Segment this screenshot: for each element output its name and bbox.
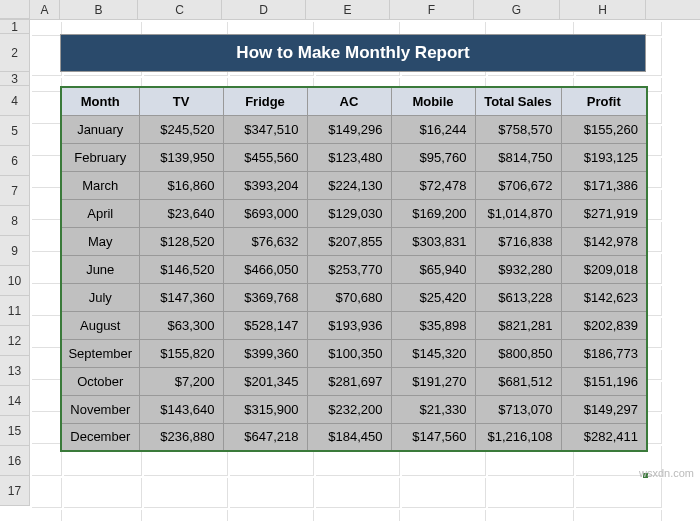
value-cell[interactable]: $139,950 [139, 143, 223, 171]
value-cell[interactable]: $169,200 [391, 199, 475, 227]
value-cell[interactable]: $209,018 [561, 255, 647, 283]
data-table[interactable]: MonthTVFridgeACMobileTotal SalesProfit J… [60, 86, 648, 452]
value-cell[interactable]: $455,560 [223, 143, 307, 171]
col-header-D[interactable]: D [222, 0, 306, 19]
value-cell[interactable]: $693,000 [223, 199, 307, 227]
month-cell[interactable]: September [61, 339, 139, 367]
row-header-15[interactable]: 15 [0, 416, 30, 446]
select-all-corner[interactable] [0, 0, 30, 19]
value-cell[interactable]: $155,260 [561, 115, 647, 143]
table-row[interactable]: September$155,820$399,360$100,350$145,32… [61, 339, 647, 367]
value-cell[interactable]: $145,320 [391, 339, 475, 367]
row-header-4[interactable]: 4 [0, 86, 30, 116]
row-header-7[interactable]: 7 [0, 176, 30, 206]
value-cell[interactable]: $193,125 [561, 143, 647, 171]
month-cell[interactable]: November [61, 395, 139, 423]
table-row[interactable]: July$147,360$369,768$70,680$25,420$613,2… [61, 283, 647, 311]
value-cell[interactable]: $466,050 [223, 255, 307, 283]
cells-area[interactable]: How to Make Monthly Report MonthTVFridge… [30, 20, 700, 521]
row-header-8[interactable]: 8 [0, 206, 30, 236]
value-cell[interactable]: $647,218 [223, 423, 307, 451]
value-cell[interactable]: $281,697 [307, 367, 391, 395]
value-cell[interactable]: $706,672 [475, 171, 561, 199]
header-cell[interactable]: Profit [561, 87, 647, 115]
value-cell[interactable]: $253,770 [307, 255, 391, 283]
value-cell[interactable]: $224,130 [307, 171, 391, 199]
value-cell[interactable]: $16,860 [139, 171, 223, 199]
value-cell[interactable]: $142,978 [561, 227, 647, 255]
value-cell[interactable]: $207,855 [307, 227, 391, 255]
month-cell[interactable]: July [61, 283, 139, 311]
value-cell[interactable]: $72,478 [391, 171, 475, 199]
row-header-10[interactable]: 10 [0, 266, 30, 296]
value-cell[interactable]: $147,360 [139, 283, 223, 311]
month-cell[interactable]: April [61, 199, 139, 227]
header-cell[interactable]: AC [307, 87, 391, 115]
header-cell[interactable]: TV [139, 87, 223, 115]
month-cell[interactable]: December [61, 423, 139, 451]
value-cell[interactable]: $186,773 [561, 339, 647, 367]
col-header-B[interactable]: B [60, 0, 138, 19]
value-cell[interactable]: $1,216,108 [475, 423, 561, 451]
value-cell[interactable]: $814,750 [475, 143, 561, 171]
table-row[interactable]: March$16,860$393,204$224,130$72,478$706,… [61, 171, 647, 199]
table-row[interactable]: February$139,950$455,560$123,480$95,760$… [61, 143, 647, 171]
row-header-13[interactable]: 13 [0, 356, 30, 386]
value-cell[interactable]: $149,296 [307, 115, 391, 143]
value-cell[interactable]: $149,297 [561, 395, 647, 423]
value-cell[interactable]: $143,640 [139, 395, 223, 423]
row-header-9[interactable]: 9 [0, 236, 30, 266]
col-header-F[interactable]: F [390, 0, 474, 19]
col-header-A[interactable]: A [30, 0, 60, 19]
value-cell[interactable]: $16,244 [391, 115, 475, 143]
value-cell[interactable]: $147,560 [391, 423, 475, 451]
row-header-17[interactable]: 17 [0, 476, 30, 506]
value-cell[interactable]: $1,014,870 [475, 199, 561, 227]
value-cell[interactable]: $35,898 [391, 311, 475, 339]
row-header-3[interactable]: 3 [0, 72, 30, 86]
value-cell[interactable]: $25,420 [391, 283, 475, 311]
value-cell[interactable]: $146,520 [139, 255, 223, 283]
table-row[interactable]: August$63,300$528,147$193,936$35,898$821… [61, 311, 647, 339]
value-cell[interactable]: $282,411 [561, 423, 647, 451]
value-cell[interactable]: $821,281 [475, 311, 561, 339]
table-row[interactable]: December$236,880$647,218$184,450$147,560… [61, 423, 647, 451]
value-cell[interactable]: $151,196 [561, 367, 647, 395]
value-cell[interactable]: $202,839 [561, 311, 647, 339]
col-header-G[interactable]: G [474, 0, 560, 19]
value-cell[interactable]: $347,510 [223, 115, 307, 143]
value-cell[interactable]: $142,623 [561, 283, 647, 311]
table-row[interactable]: April$23,640$693,000$129,030$169,200$1,0… [61, 199, 647, 227]
row-header-2[interactable]: 2 [0, 34, 30, 72]
value-cell[interactable]: $65,940 [391, 255, 475, 283]
col-header-C[interactable]: C [138, 0, 222, 19]
month-cell[interactable]: March [61, 171, 139, 199]
table-row[interactable]: May$128,520$76,632$207,855$303,831$716,8… [61, 227, 647, 255]
value-cell[interactable]: $713,070 [475, 395, 561, 423]
value-cell[interactable]: $184,450 [307, 423, 391, 451]
value-cell[interactable]: $369,768 [223, 283, 307, 311]
value-cell[interactable]: $100,350 [307, 339, 391, 367]
value-cell[interactable]: $800,850 [475, 339, 561, 367]
value-cell[interactable]: $201,345 [223, 367, 307, 395]
header-cell[interactable]: Total Sales [475, 87, 561, 115]
value-cell[interactable]: $95,760 [391, 143, 475, 171]
value-cell[interactable]: $232,200 [307, 395, 391, 423]
row-header-1[interactable]: 1 [0, 20, 30, 34]
value-cell[interactable]: $193,936 [307, 311, 391, 339]
table-row[interactable]: June$146,520$466,050$253,770$65,940$932,… [61, 255, 647, 283]
month-cell[interactable]: May [61, 227, 139, 255]
value-cell[interactable]: $191,270 [391, 367, 475, 395]
value-cell[interactable]: $171,386 [561, 171, 647, 199]
table-row[interactable]: October$7,200$201,345$281,697$191,270$68… [61, 367, 647, 395]
header-cell[interactable]: Month [61, 87, 139, 115]
month-cell[interactable]: February [61, 143, 139, 171]
row-header-11[interactable]: 11 [0, 296, 30, 326]
row-header-5[interactable]: 5 [0, 116, 30, 146]
value-cell[interactable]: $303,831 [391, 227, 475, 255]
month-cell[interactable]: June [61, 255, 139, 283]
value-cell[interactable]: $271,919 [561, 199, 647, 227]
value-cell[interactable]: $76,632 [223, 227, 307, 255]
value-cell[interactable]: $681,512 [475, 367, 561, 395]
value-cell[interactable]: $393,204 [223, 171, 307, 199]
